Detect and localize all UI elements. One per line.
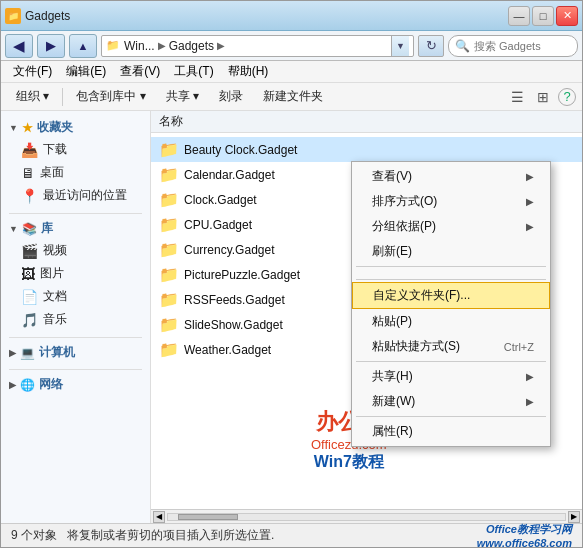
menu-edit[interactable]: 编辑(E) bbox=[60, 61, 112, 82]
computer-header[interactable]: ▶ 💻 计算机 bbox=[1, 342, 150, 363]
path-part-gadgets[interactable]: Gadgets bbox=[169, 39, 214, 53]
back-button[interactable]: ◀ bbox=[5, 34, 33, 58]
file-icon-currency: 📁 bbox=[159, 240, 179, 259]
hscroll-track[interactable] bbox=[167, 513, 566, 521]
sidebar: ▼ ★ 收藏夹 📥 下载 🖥 桌面 📍 最近访问的位置 bbox=[1, 111, 151, 523]
cm-item-paste[interactable]: 自定义文件夹(F)... bbox=[352, 282, 550, 309]
cm-label-share: 共享(H) bbox=[372, 368, 413, 385]
cm-item-sort[interactable]: 排序方式(O) ▶ bbox=[352, 189, 550, 214]
file-area: 名称 📁 Beauty Clock.Gadget 📁 Calendar.Gadg… bbox=[151, 111, 582, 523]
sidebar-item-music[interactable]: 🎵 音乐 bbox=[1, 308, 150, 331]
forward-button[interactable]: ▶ bbox=[37, 34, 65, 58]
horizontal-scrollbar[interactable]: ◀ ▶ bbox=[151, 509, 582, 523]
sidebar-item-pictures[interactable]: 🖼 图片 bbox=[1, 262, 150, 285]
view-options-button[interactable]: ☰ bbox=[506, 86, 528, 108]
network-icon: 🌐 bbox=[20, 378, 35, 392]
sidebar-item-desktop[interactable]: 🖥 桌面 bbox=[1, 161, 150, 184]
library-label: 库 bbox=[41, 220, 53, 237]
cm-item-customize[interactable] bbox=[352, 269, 550, 277]
window-icon: 📁 bbox=[5, 8, 21, 24]
sidebar-item-video[interactable]: 🎬 视频 bbox=[1, 239, 150, 262]
network-header[interactable]: ▶ 🌐 网络 bbox=[1, 374, 150, 395]
file-item-beauty-clock[interactable]: 📁 Beauty Clock.Gadget bbox=[151, 137, 582, 162]
path-separator-2: ▶ bbox=[217, 40, 225, 51]
maximize-button[interactable]: □ bbox=[532, 6, 554, 26]
sidebar-label-desktop: 桌面 bbox=[40, 164, 64, 181]
col-name[interactable]: 名称 bbox=[159, 113, 574, 130]
menu-help[interactable]: 帮助(H) bbox=[222, 61, 275, 82]
favorites-header[interactable]: ▼ ★ 收藏夹 bbox=[1, 117, 150, 138]
address-bar: ◀ ▶ ▲ 📁 Win... ▶ Gadgets ▶ ▼ ↻ 🔍 bbox=[1, 31, 582, 61]
cm-label-sort: 排序方式(O) bbox=[372, 193, 437, 210]
cm-separator-4 bbox=[356, 416, 546, 417]
close-button[interactable]: ✕ bbox=[556, 6, 578, 26]
include-library-button[interactable]: 包含到库中 ▾ bbox=[67, 86, 154, 108]
library-arrow: ▼ bbox=[9, 224, 18, 234]
cm-item-properties[interactable]: 属性(R) bbox=[352, 419, 550, 444]
recent-icon: 📍 bbox=[21, 188, 38, 204]
cm-item-refresh[interactable]: 刷新(E) bbox=[352, 239, 550, 264]
file-icon-beauty: 📁 bbox=[159, 140, 179, 159]
help-icon[interactable]: ? bbox=[558, 88, 576, 106]
burn-button[interactable]: 刻录 bbox=[210, 86, 252, 108]
path-separator-1: ▶ bbox=[158, 40, 166, 51]
menu-view[interactable]: 查看(V) bbox=[114, 61, 166, 82]
share-button[interactable]: 共享 ▾ bbox=[157, 86, 208, 108]
computer-icon: 💻 bbox=[20, 346, 35, 360]
menu-tools[interactable]: 工具(T) bbox=[168, 61, 219, 82]
refresh-button[interactable]: ↻ bbox=[418, 35, 444, 57]
search-box[interactable]: 🔍 bbox=[448, 35, 578, 57]
file-list-header: 名称 bbox=[151, 111, 582, 133]
cm-item-undo[interactable]: 粘贴快捷方式(S) Ctrl+Z bbox=[352, 334, 550, 359]
video-icon: 🎬 bbox=[21, 243, 38, 259]
network-arrow: ▶ bbox=[9, 380, 16, 390]
title-bar: 📁 Gadgets — □ ✕ bbox=[1, 1, 582, 31]
hscroll-left[interactable]: ◀ bbox=[153, 511, 165, 523]
cm-label-paste: 自定义文件夹(F)... bbox=[373, 287, 470, 304]
toolbar: 组织 ▾ 包含到库中 ▾ 共享 ▾ 刻录 新建文件夹 ☰ ⊞ ? bbox=[1, 83, 582, 111]
folder-icon: 📁 bbox=[106, 39, 120, 52]
menu-file[interactable]: 文件(F) bbox=[7, 61, 58, 82]
library-header[interactable]: ▼ 📚 库 bbox=[1, 218, 150, 239]
sidebar-label-download: 下载 bbox=[43, 141, 67, 158]
library-icon: 📚 bbox=[22, 222, 37, 236]
cm-separator-3 bbox=[356, 361, 546, 362]
hscroll-right[interactable]: ▶ bbox=[568, 511, 580, 523]
sidebar-label-pictures: 图片 bbox=[40, 265, 64, 282]
sidebar-item-documents[interactable]: 📄 文档 bbox=[1, 285, 150, 308]
cm-item-view[interactable]: 查看(V) ▶ bbox=[352, 164, 550, 189]
network-label: 网络 bbox=[39, 376, 63, 393]
path-part-win[interactable]: Win... bbox=[124, 39, 155, 53]
status-hint: 将复制或者剪切的项目插入到所选位置. bbox=[67, 527, 274, 544]
sidebar-divider-2 bbox=[9, 337, 142, 338]
file-name-beauty: Beauty Clock.Gadget bbox=[184, 143, 574, 157]
sidebar-label-music: 音乐 bbox=[43, 311, 67, 328]
sidebar-label-documents: 文档 bbox=[43, 288, 67, 305]
title-bar-left: 📁 Gadgets bbox=[5, 8, 508, 24]
cm-label-group: 分组依据(P) bbox=[372, 218, 436, 235]
window-title: Gadgets bbox=[25, 9, 70, 23]
file-icon-cpu: 📁 bbox=[159, 215, 179, 234]
cm-item-new[interactable]: 新建(W) ▶ bbox=[352, 389, 550, 414]
computer-section: ▶ 💻 计算机 bbox=[1, 342, 150, 363]
hscroll-thumb[interactable] bbox=[178, 514, 238, 520]
cm-label-refresh: 刷新(E) bbox=[372, 243, 412, 260]
minimize-button[interactable]: — bbox=[508, 6, 530, 26]
cm-item-share[interactable]: 共享(H) ▶ bbox=[352, 364, 550, 389]
search-icon: 🔍 bbox=[455, 39, 470, 53]
bwm-url: www.office68.com bbox=[477, 537, 572, 548]
view-toggle-button[interactable]: ⊞ bbox=[532, 86, 554, 108]
status-bar: 9 个对象 将复制或者剪切的项目插入到所选位置. Office教程学习网 www… bbox=[1, 523, 582, 547]
address-dropdown[interactable]: ▼ bbox=[391, 35, 409, 57]
sidebar-item-recent[interactable]: 📍 最近访问的位置 bbox=[1, 184, 150, 207]
cm-item-paste-shortcut[interactable]: 粘贴(P) bbox=[352, 309, 550, 334]
new-folder-button[interactable]: 新建文件夹 bbox=[254, 86, 332, 108]
sidebar-item-download[interactable]: 📥 下载 bbox=[1, 138, 150, 161]
search-input[interactable] bbox=[474, 40, 564, 52]
up-button[interactable]: ▲ bbox=[69, 34, 97, 58]
favorites-section: ▼ ★ 收藏夹 📥 下载 🖥 桌面 📍 最近访问的位置 bbox=[1, 117, 150, 207]
address-box[interactable]: 📁 Win... ▶ Gadgets ▶ ▼ bbox=[101, 35, 414, 57]
organize-button[interactable]: 组织 ▾ bbox=[7, 86, 58, 108]
cm-item-group[interactable]: 分组依据(P) ▶ bbox=[352, 214, 550, 239]
cm-label-undo: 粘贴快捷方式(S) bbox=[372, 338, 460, 355]
